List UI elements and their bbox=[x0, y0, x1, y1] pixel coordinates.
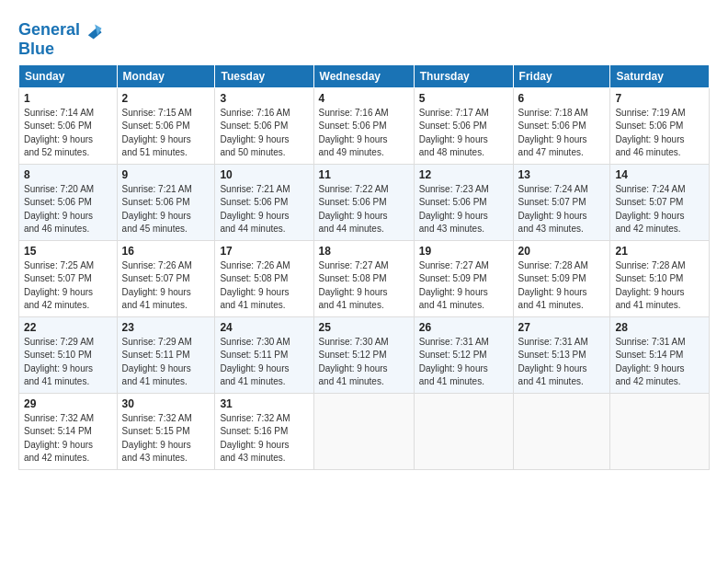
calendar-week-row: 1Sunrise: 7:14 AM Sunset: 5:06 PM Daylig… bbox=[19, 87, 710, 164]
day-info: Sunrise: 7:29 AM Sunset: 5:10 PM Dayligh… bbox=[24, 336, 112, 389]
day-of-week-header: Wednesday bbox=[313, 64, 414, 87]
calendar-cell: 31Sunrise: 7:32 AM Sunset: 5:16 PM Dayli… bbox=[215, 393, 313, 469]
day-info: Sunrise: 7:16 AM Sunset: 5:06 PM Dayligh… bbox=[220, 107, 308, 160]
calendar-cell: 11Sunrise: 7:22 AM Sunset: 5:06 PM Dayli… bbox=[313, 164, 414, 240]
calendar-cell: 2Sunrise: 7:15 AM Sunset: 5:06 PM Daylig… bbox=[117, 87, 215, 164]
calendar-cell: 5Sunrise: 7:17 AM Sunset: 5:06 PM Daylig… bbox=[414, 87, 513, 164]
day-number: 29 bbox=[24, 397, 112, 410]
calendar-cell: 14Sunrise: 7:24 AM Sunset: 5:07 PM Dayli… bbox=[610, 164, 710, 240]
logo-text: General bbox=[18, 21, 80, 40]
day-info: Sunrise: 7:15 AM Sunset: 5:06 PM Dayligh… bbox=[122, 107, 210, 160]
logo: General Blue bbox=[18, 20, 103, 59]
day-number: 22 bbox=[24, 321, 112, 334]
calendar-cell: 20Sunrise: 7:28 AM Sunset: 5:09 PM Dayli… bbox=[513, 240, 610, 316]
day-number: 17 bbox=[220, 245, 308, 258]
day-number: 18 bbox=[319, 245, 409, 258]
day-info: Sunrise: 7:29 AM Sunset: 5:11 PM Dayligh… bbox=[122, 336, 210, 389]
calendar-cell: 24Sunrise: 7:30 AM Sunset: 5:11 PM Dayli… bbox=[215, 316, 313, 393]
day-of-week-header: Tuesday bbox=[215, 64, 313, 87]
day-number: 7 bbox=[615, 92, 704, 105]
day-info: Sunrise: 7:31 AM Sunset: 5:12 PM Dayligh… bbox=[419, 336, 508, 389]
day-info: Sunrise: 7:26 AM Sunset: 5:08 PM Dayligh… bbox=[220, 259, 308, 313]
day-number: 27 bbox=[518, 321, 606, 334]
calendar-cell: 29Sunrise: 7:32 AM Sunset: 5:14 PM Dayli… bbox=[19, 393, 118, 469]
calendar-cell: 18Sunrise: 7:27 AM Sunset: 5:08 PM Dayli… bbox=[313, 240, 414, 316]
calendar-cell: 25Sunrise: 7:30 AM Sunset: 5:12 PM Dayli… bbox=[313, 316, 414, 393]
day-info: Sunrise: 7:22 AM Sunset: 5:06 PM Dayligh… bbox=[319, 183, 409, 236]
day-number: 15 bbox=[24, 245, 112, 258]
calendar-week-row: 22Sunrise: 7:29 AM Sunset: 5:10 PM Dayli… bbox=[19, 316, 710, 393]
day-number: 23 bbox=[122, 321, 210, 334]
day-number: 14 bbox=[615, 168, 704, 181]
day-number: 21 bbox=[615, 245, 704, 258]
calendar: SundayMondayTuesdayWednesdayThursdayFrid… bbox=[18, 64, 710, 470]
day-info: Sunrise: 7:24 AM Sunset: 5:07 PM Dayligh… bbox=[615, 183, 704, 236]
day-info: Sunrise: 7:28 AM Sunset: 5:09 PM Dayligh… bbox=[518, 259, 606, 313]
day-info: Sunrise: 7:25 AM Sunset: 5:07 PM Dayligh… bbox=[24, 259, 112, 313]
day-info: Sunrise: 7:27 AM Sunset: 5:09 PM Dayligh… bbox=[419, 259, 508, 313]
day-of-week-header: Monday bbox=[117, 64, 215, 87]
day-number: 3 bbox=[220, 92, 308, 105]
day-info: Sunrise: 7:19 AM Sunset: 5:06 PM Dayligh… bbox=[615, 107, 704, 160]
calendar-week-row: 15Sunrise: 7:25 AM Sunset: 5:07 PM Dayli… bbox=[19, 240, 710, 316]
day-info: Sunrise: 7:27 AM Sunset: 5:08 PM Dayligh… bbox=[319, 259, 409, 313]
day-info: Sunrise: 7:28 AM Sunset: 5:10 PM Dayligh… bbox=[615, 259, 704, 313]
day-number: 19 bbox=[419, 245, 508, 258]
day-info: Sunrise: 7:14 AM Sunset: 5:06 PM Dayligh… bbox=[24, 107, 112, 160]
calendar-cell: 1Sunrise: 7:14 AM Sunset: 5:06 PM Daylig… bbox=[19, 87, 118, 164]
calendar-cell: 21Sunrise: 7:28 AM Sunset: 5:10 PM Dayli… bbox=[610, 240, 710, 316]
day-info: Sunrise: 7:17 AM Sunset: 5:06 PM Dayligh… bbox=[419, 107, 508, 160]
day-number: 11 bbox=[319, 168, 409, 181]
calendar-cell: 6Sunrise: 7:18 AM Sunset: 5:06 PM Daylig… bbox=[513, 87, 610, 164]
day-info: Sunrise: 7:21 AM Sunset: 5:06 PM Dayligh… bbox=[122, 183, 210, 236]
day-number: 25 bbox=[319, 321, 409, 334]
calendar-cell: 23Sunrise: 7:29 AM Sunset: 5:11 PM Dayli… bbox=[117, 316, 215, 393]
day-of-week-header: Sunday bbox=[19, 64, 118, 87]
day-info: Sunrise: 7:31 AM Sunset: 5:14 PM Dayligh… bbox=[615, 336, 704, 389]
calendar-cell: 22Sunrise: 7:29 AM Sunset: 5:10 PM Dayli… bbox=[19, 316, 118, 393]
calendar-cell: 17Sunrise: 7:26 AM Sunset: 5:08 PM Dayli… bbox=[215, 240, 313, 316]
day-of-week-header: Friday bbox=[513, 64, 610, 87]
calendar-week-row: 8Sunrise: 7:20 AM Sunset: 5:06 PM Daylig… bbox=[19, 164, 710, 240]
day-number: 24 bbox=[220, 321, 308, 334]
calendar-cell: 15Sunrise: 7:25 AM Sunset: 5:07 PM Dayli… bbox=[19, 240, 118, 316]
day-number: 26 bbox=[419, 321, 508, 334]
calendar-week-row: 29Sunrise: 7:32 AM Sunset: 5:14 PM Dayli… bbox=[19, 393, 710, 469]
day-number: 10 bbox=[220, 168, 308, 181]
calendar-cell: 16Sunrise: 7:26 AM Sunset: 5:07 PM Dayli… bbox=[117, 240, 215, 316]
calendar-cell: 19Sunrise: 7:27 AM Sunset: 5:09 PM Dayli… bbox=[414, 240, 513, 316]
days-of-week-row: SundayMondayTuesdayWednesdayThursdayFrid… bbox=[19, 64, 710, 87]
calendar-cell: 10Sunrise: 7:21 AM Sunset: 5:06 PM Dayli… bbox=[215, 164, 313, 240]
header: General Blue bbox=[18, 17, 710, 59]
calendar-cell: 13Sunrise: 7:24 AM Sunset: 5:07 PM Dayli… bbox=[513, 164, 610, 240]
day-number: 5 bbox=[419, 92, 508, 105]
calendar-cell: 7Sunrise: 7:19 AM Sunset: 5:06 PM Daylig… bbox=[610, 87, 710, 164]
day-info: Sunrise: 7:26 AM Sunset: 5:07 PM Dayligh… bbox=[122, 259, 210, 313]
day-number: 20 bbox=[518, 245, 606, 258]
day-info: Sunrise: 7:30 AM Sunset: 5:11 PM Dayligh… bbox=[220, 336, 308, 389]
day-number: 12 bbox=[419, 168, 508, 181]
logo-text-blue: Blue bbox=[18, 40, 103, 59]
calendar-cell: 27Sunrise: 7:31 AM Sunset: 5:13 PM Dayli… bbox=[513, 316, 610, 393]
day-number: 6 bbox=[518, 92, 606, 105]
day-number: 2 bbox=[122, 92, 210, 105]
logo-icon bbox=[83, 20, 103, 40]
calendar-cell: 4Sunrise: 7:16 AM Sunset: 5:06 PM Daylig… bbox=[313, 87, 414, 164]
day-info: Sunrise: 7:23 AM Sunset: 5:06 PM Dayligh… bbox=[419, 183, 508, 236]
calendar-cell: 26Sunrise: 7:31 AM Sunset: 5:12 PM Dayli… bbox=[414, 316, 513, 393]
calendar-cell bbox=[610, 393, 710, 469]
day-number: 4 bbox=[319, 92, 409, 105]
day-number: 30 bbox=[122, 397, 210, 410]
day-number: 9 bbox=[122, 168, 210, 181]
day-info: Sunrise: 7:21 AM Sunset: 5:06 PM Dayligh… bbox=[220, 183, 308, 236]
calendar-cell: 12Sunrise: 7:23 AM Sunset: 5:06 PM Dayli… bbox=[414, 164, 513, 240]
day-info: Sunrise: 7:32 AM Sunset: 5:14 PM Dayligh… bbox=[24, 412, 112, 465]
day-info: Sunrise: 7:32 AM Sunset: 5:16 PM Dayligh… bbox=[220, 412, 308, 465]
calendar-cell: 30Sunrise: 7:32 AM Sunset: 5:15 PM Dayli… bbox=[117, 393, 215, 469]
day-info: Sunrise: 7:16 AM Sunset: 5:06 PM Dayligh… bbox=[319, 107, 409, 160]
day-info: Sunrise: 7:31 AM Sunset: 5:13 PM Dayligh… bbox=[518, 336, 606, 389]
calendar-cell bbox=[513, 393, 610, 469]
page: General Blue SundayMondayTuesdayWednesda… bbox=[0, 0, 728, 481]
day-info: Sunrise: 7:30 AM Sunset: 5:12 PM Dayligh… bbox=[319, 336, 409, 389]
calendar-body: 1Sunrise: 7:14 AM Sunset: 5:06 PM Daylig… bbox=[19, 87, 710, 469]
